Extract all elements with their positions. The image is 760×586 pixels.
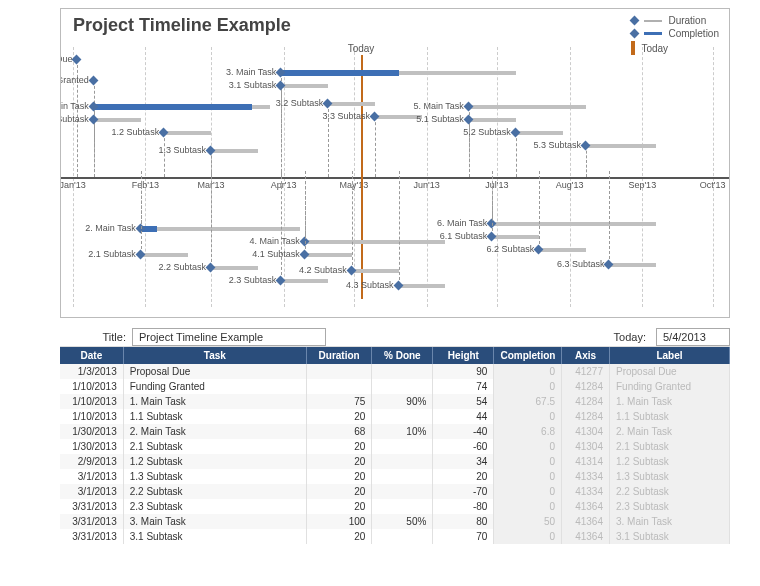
cell-height[interactable]: 44: [433, 409, 494, 424]
cell-task[interactable]: 2.1 Subtask: [123, 439, 306, 454]
title-input[interactable]: Project Timeline Example: [132, 328, 326, 346]
cell-date[interactable]: 1/10/2013: [60, 379, 123, 394]
cell-pctdone[interactable]: 10%: [372, 424, 433, 439]
cell-completion: 67.5: [494, 394, 562, 409]
cell-height[interactable]: 70: [433, 529, 494, 544]
cell-height[interactable]: 34: [433, 454, 494, 469]
task-stem: [399, 171, 400, 280]
table-row[interactable]: 3/31/20133. Main Task10050%8050413643. M…: [60, 514, 730, 529]
table-row[interactable]: 1/10/2013Funding Granted74041284Funding …: [60, 379, 730, 394]
cell-height[interactable]: 80: [433, 514, 494, 529]
task: 6.1 Subtask: [492, 231, 539, 243]
col-header: Label: [609, 347, 729, 364]
cell-height[interactable]: -80: [433, 499, 494, 514]
cell-axis: 41334: [562, 484, 610, 499]
cell-date[interactable]: 1/3/2013: [60, 364, 123, 379]
table-row[interactable]: 1/10/20131.1 Subtask20440412841.1 Subtas…: [60, 409, 730, 424]
tick-label: Feb'13: [132, 180, 159, 190]
cell-duration[interactable]: 100: [306, 514, 371, 529]
cell-duration[interactable]: [306, 379, 371, 394]
cell-duration[interactable]: 68: [306, 424, 371, 439]
cell-date[interactable]: 3/1/2013: [60, 484, 123, 499]
task-label: 4.2 Subtask: [299, 265, 352, 275]
cell-date[interactable]: 1/30/2013: [60, 439, 123, 454]
duration-bar: [164, 131, 211, 135]
cell-height[interactable]: 20: [433, 469, 494, 484]
table-row[interactable]: 3/1/20132.2 Subtask20-700413342.2 Subtas…: [60, 484, 730, 499]
cell-duration[interactable]: 75: [306, 394, 371, 409]
cell-height[interactable]: 54: [433, 394, 494, 409]
cell-task[interactable]: 2. Main Task: [123, 424, 306, 439]
cell-pctdone[interactable]: 50%: [372, 514, 433, 529]
task-label: 5.1 Subtask: [416, 114, 469, 124]
cell-pctdone[interactable]: [372, 439, 433, 454]
cell-date[interactable]: 3/31/2013: [60, 514, 123, 529]
cell-pctdone[interactable]: [372, 484, 433, 499]
cell-pctdone[interactable]: [372, 379, 433, 394]
cell-height[interactable]: -70: [433, 484, 494, 499]
cell-height[interactable]: 74: [433, 379, 494, 394]
x-axis: [61, 177, 729, 179]
cell-date[interactable]: 3/31/2013: [60, 529, 123, 544]
cell-duration[interactable]: 20: [306, 439, 371, 454]
cell-pctdone[interactable]: 90%: [372, 394, 433, 409]
cell-pctdone[interactable]: [372, 409, 433, 424]
cell-date[interactable]: 3/1/2013: [60, 469, 123, 484]
cell-task[interactable]: 1. Main Task: [123, 394, 306, 409]
cell-task[interactable]: 1.1 Subtask: [123, 409, 306, 424]
cell-date[interactable]: 3/31/2013: [60, 499, 123, 514]
task-label: 2. Main Task: [85, 223, 140, 233]
cell-label: 3.1 Subtask: [609, 529, 729, 544]
table-row[interactable]: 1/3/2013Proposal Due90041277Proposal Due: [60, 364, 730, 379]
cell-pctdone[interactable]: [372, 454, 433, 469]
cell-date[interactable]: 2/9/2013: [60, 454, 123, 469]
task-label: 2.2 Subtask: [158, 262, 211, 272]
table-row[interactable]: 2/9/20131.2 Subtask20340413141.2 Subtask: [60, 454, 730, 469]
table-row[interactable]: 1/30/20132.1 Subtask20-600413042.1 Subta…: [60, 439, 730, 454]
table-row[interactable]: 3/31/20132.3 Subtask20-800413642.3 Subta…: [60, 499, 730, 514]
table-row[interactable]: 3/1/20131.3 Subtask20200413341.3 Subtask: [60, 469, 730, 484]
cell-pctdone[interactable]: [372, 469, 433, 484]
table-row[interactable]: 1/10/20131. Main Task7590%5467.5412841. …: [60, 394, 730, 409]
cell-task[interactable]: 1.2 Subtask: [123, 454, 306, 469]
cell-date[interactable]: 1/10/2013: [60, 394, 123, 409]
cell-pctdone[interactable]: [372, 364, 433, 379]
today-input[interactable]: 5/4/2013: [656, 328, 730, 346]
cell-completion: 0: [494, 439, 562, 454]
cell-height[interactable]: -40: [433, 424, 494, 439]
cell-task[interactable]: 3. Main Task: [123, 514, 306, 529]
cell-duration[interactable]: 20: [306, 499, 371, 514]
table-row[interactable]: 3/31/20133.1 Subtask20700413643.1 Subtas…: [60, 529, 730, 544]
cell-label: 1. Main Task: [609, 394, 729, 409]
cell-pctdone[interactable]: [372, 529, 433, 544]
cell-task[interactable]: 3.1 Subtask: [123, 529, 306, 544]
cell-duration[interactable]: 20: [306, 529, 371, 544]
cell-duration[interactable]: [306, 364, 371, 379]
tick-label: May'13: [340, 180, 369, 190]
cell-date[interactable]: 1/30/2013: [60, 424, 123, 439]
tick-label: Jul'13: [485, 180, 508, 190]
cell-task[interactable]: 1.3 Subtask: [123, 469, 306, 484]
cell-date[interactable]: 1/10/2013: [60, 409, 123, 424]
cell-height[interactable]: 90: [433, 364, 494, 379]
cell-duration[interactable]: 20: [306, 469, 371, 484]
cell-pctdone[interactable]: [372, 499, 433, 514]
duration-bar: [516, 131, 563, 135]
cell-task[interactable]: 2.2 Subtask: [123, 484, 306, 499]
col-header: Duration: [306, 347, 371, 364]
task: Funding Granted: [94, 75, 95, 87]
cell-duration[interactable]: 20: [306, 484, 371, 499]
task-label: 6. Main Task: [437, 218, 492, 228]
cell-label: 2.1 Subtask: [609, 439, 729, 454]
duration-bar: [211, 149, 258, 153]
task-label: 5.2 Subtask: [463, 127, 516, 137]
table-row[interactable]: 1/30/20132. Main Task6810%-406.8413042. …: [60, 424, 730, 439]
cell-task[interactable]: Funding Granted: [123, 379, 306, 394]
cell-height[interactable]: -60: [433, 439, 494, 454]
cell-duration[interactable]: 20: [306, 409, 371, 424]
cell-task[interactable]: Proposal Due: [123, 364, 306, 379]
duration-bar: [141, 253, 188, 257]
cell-duration[interactable]: 20: [306, 454, 371, 469]
cell-task[interactable]: 2.3 Subtask: [123, 499, 306, 514]
task: 4.3 Subtask: [399, 280, 446, 292]
